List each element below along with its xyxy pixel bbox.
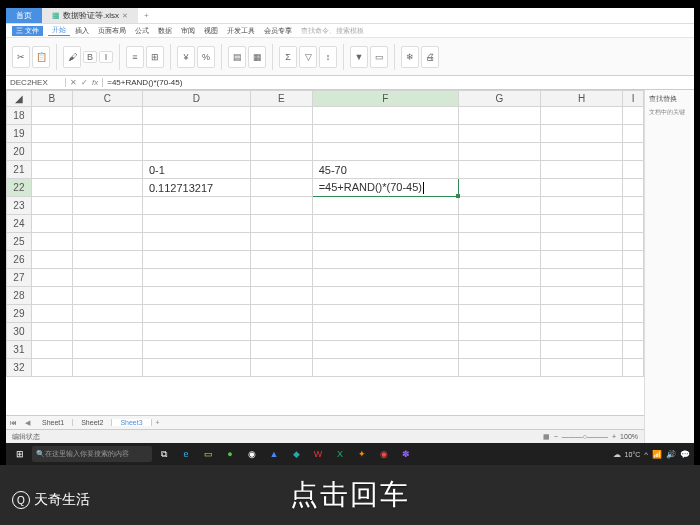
- menu-dev[interactable]: 开发工具: [223, 26, 259, 36]
- col-header-H[interactable]: H: [541, 91, 623, 107]
- freeze-button[interactable]: ❄: [401, 46, 419, 68]
- tab-new-icon[interactable]: +: [138, 11, 155, 20]
- formula-accept-icon[interactable]: ✓: [81, 78, 88, 87]
- align-left-button[interactable]: ≡: [126, 46, 144, 68]
- row-header[interactable]: 24: [7, 215, 32, 233]
- explorer-icon[interactable]: ▭: [198, 446, 218, 462]
- rows-cols-button[interactable]: ▭: [370, 46, 388, 68]
- col-header-E[interactable]: E: [250, 91, 312, 107]
- tab-document[interactable]: ▦ 数据验证等.xlsx ✕: [42, 8, 138, 23]
- menu-view[interactable]: 视图: [200, 26, 222, 36]
- zoom-in-icon[interactable]: +: [612, 433, 616, 440]
- menu-insert[interactable]: 插入: [71, 26, 93, 36]
- format-paint-button[interactable]: 🖌: [63, 46, 81, 68]
- row-header[interactable]: 20: [7, 143, 32, 161]
- app-icon-blue[interactable]: ▲: [264, 446, 284, 462]
- row-header[interactable]: 32: [7, 359, 32, 377]
- menu-review[interactable]: 审阅: [177, 26, 199, 36]
- merge-button[interactable]: ⊞: [146, 46, 164, 68]
- filter-button[interactable]: ▽: [299, 46, 317, 68]
- row-header[interactable]: 21: [7, 161, 32, 179]
- menu-start[interactable]: 开始: [48, 25, 70, 36]
- cell-D22[interactable]: 0.112713217: [142, 179, 250, 197]
- sheet-nav-prev-icon[interactable]: ◀: [21, 419, 34, 427]
- menu-vip[interactable]: 会员专享: [260, 26, 296, 36]
- row-header[interactable]: 18: [7, 107, 32, 125]
- col-header-G[interactable]: G: [458, 91, 540, 107]
- sheet-add-icon[interactable]: +: [152, 419, 164, 426]
- row-header[interactable]: 19: [7, 125, 32, 143]
- menu-data[interactable]: 数据: [154, 26, 176, 36]
- sheet-nav-first-icon[interactable]: ⏮: [6, 419, 21, 426]
- menu-search[interactable]: 查找命令、搜索模板: [297, 26, 368, 36]
- taskbar-search[interactable]: 🔍 在这里输入你要搜索的内容: [32, 446, 152, 462]
- cell-F22-editing[interactable]: =45+RAND()*(70-45): [312, 179, 458, 197]
- zoom-out-icon[interactable]: −: [554, 433, 558, 440]
- fx-icon[interactable]: fx: [92, 78, 98, 87]
- formula-cancel-icon[interactable]: ✕: [70, 78, 77, 87]
- percent-button[interactable]: %: [197, 46, 215, 68]
- conditional-button[interactable]: ▤: [228, 46, 246, 68]
- italic-button[interactable]: I: [99, 51, 113, 63]
- zoom-value[interactable]: 100%: [620, 433, 638, 440]
- task-view-icon[interactable]: ⧉: [154, 446, 174, 462]
- app-icon-red[interactable]: ◉: [374, 446, 394, 462]
- row-header[interactable]: 31: [7, 341, 32, 359]
- sort-button[interactable]: ↕: [319, 46, 337, 68]
- app-icon-purple[interactable]: ✽: [396, 446, 416, 462]
- app-icon-orange[interactable]: ✦: [352, 446, 372, 462]
- col-header-C[interactable]: C: [72, 91, 142, 107]
- menu-file[interactable]: 三 文件: [12, 26, 43, 36]
- print-button[interactable]: 🖨: [421, 46, 439, 68]
- tray-chevron-icon[interactable]: ^: [644, 450, 648, 459]
- sheet-tab-2[interactable]: Sheet2: [73, 419, 112, 426]
- row-header[interactable]: 30: [7, 323, 32, 341]
- tab-close-icon[interactable]: ✕: [122, 12, 128, 20]
- row-header[interactable]: 27: [7, 269, 32, 287]
- col-header-B[interactable]: B: [31, 91, 72, 107]
- col-header-I[interactable]: I: [623, 91, 644, 107]
- row-header[interactable]: 25: [7, 233, 32, 251]
- excel-icon[interactable]: X: [330, 446, 350, 462]
- watermark-text: 天奇生活: [34, 491, 90, 509]
- cell-D21[interactable]: 0-1: [142, 161, 250, 179]
- bold-button[interactable]: B: [83, 51, 97, 63]
- col-header-F[interactable]: F: [312, 91, 458, 107]
- row-header[interactable]: 26: [7, 251, 32, 269]
- col-header-D[interactable]: D: [142, 91, 250, 107]
- edge-icon[interactable]: e: [176, 446, 196, 462]
- name-box[interactable]: DEC2HEX: [6, 78, 66, 87]
- app-icon-teal[interactable]: ◆: [286, 446, 306, 462]
- row-header[interactable]: 28: [7, 287, 32, 305]
- fill-button[interactable]: ▼: [350, 46, 368, 68]
- menu-layout[interactable]: 页面布局: [94, 26, 130, 36]
- tab-home[interactable]: 首页: [6, 8, 42, 23]
- formula-input[interactable]: =45+RAND()*(70-45): [103, 78, 186, 87]
- sum-button[interactable]: Σ: [279, 46, 297, 68]
- spreadsheet-grid[interactable]: ◢ B C D E F G H I 18 19 20: [6, 90, 644, 415]
- system-tray[interactable]: ☁ 10°C ^ 📶 🔊 💬: [613, 450, 690, 459]
- wps-icon[interactable]: W: [308, 446, 328, 462]
- volume-icon[interactable]: 🔊: [666, 450, 676, 459]
- row-header[interactable]: 23: [7, 197, 32, 215]
- app-icon[interactable]: ●: [220, 446, 240, 462]
- chrome-icon[interactable]: ◉: [242, 446, 262, 462]
- cut-button[interactable]: ✂: [12, 46, 30, 68]
- select-all-corner[interactable]: ◢: [7, 91, 32, 107]
- table-style-button[interactable]: ▦: [248, 46, 266, 68]
- side-panel: 查找替换 文档中的关键: [644, 90, 694, 443]
- number-format-button[interactable]: ¥: [177, 46, 195, 68]
- row-header[interactable]: 22: [7, 179, 32, 197]
- view-mode-icon[interactable]: ▦: [543, 433, 550, 441]
- sheet-tab-3[interactable]: Sheet3: [112, 419, 151, 426]
- row-header[interactable]: 29: [7, 305, 32, 323]
- menu-formula[interactable]: 公式: [131, 26, 153, 36]
- zoom-slider[interactable]: ———○———: [562, 433, 608, 440]
- column-header-row: ◢ B C D E F G H I: [7, 91, 644, 107]
- sheet-tab-1[interactable]: Sheet1: [34, 419, 73, 426]
- start-button[interactable]: ⊞: [10, 446, 30, 462]
- cell-F21[interactable]: 45-70: [312, 161, 458, 179]
- notification-icon[interactable]: 💬: [680, 450, 690, 459]
- paste-button[interactable]: 📋: [32, 46, 50, 68]
- wifi-icon[interactable]: 📶: [652, 450, 662, 459]
